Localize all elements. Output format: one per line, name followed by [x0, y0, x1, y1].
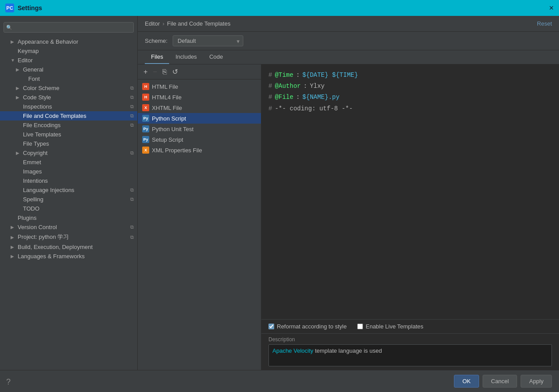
file-item-label: Python Unit Test: [152, 126, 193, 132]
file-item-html4[interactable]: H HTML4 File: [138, 92, 261, 102]
description-section: Description Apache Velocity template lan…: [261, 333, 559, 370]
file-item-html[interactable]: H HTML File: [138, 81, 261, 92]
sidebar-item-intentions[interactable]: Intentions: [0, 176, 137, 185]
expand-arrow-icon: ▼: [11, 58, 16, 63]
sidebar-item-label: Editor: [18, 57, 134, 64]
reformat-checkbox[interactable]: [268, 324, 274, 329]
file-item-label: HTML4 File: [152, 94, 181, 101]
panel-split: + − ⎘ ↺ H HTML File H HTML4 File X: [138, 64, 559, 370]
tab-includes[interactable]: Includes: [169, 50, 203, 64]
sidebar-item-label: Version Control: [18, 224, 128, 230]
search-input[interactable]: [4, 22, 134, 33]
sidebar-item-editor[interactable]: ▼ Editor: [0, 56, 137, 65]
sidebar-item-label: Images: [23, 168, 134, 175]
copy-icon: ⧉: [130, 94, 134, 100]
sidebar-item-build-execution[interactable]: ▶ Build, Execution, Deployment: [0, 242, 137, 252]
sidebar-item-file-and-code-templates[interactable]: File and Code Templates ⧉: [0, 111, 137, 121]
expand-arrow-icon: ▶: [11, 245, 16, 249]
content-area: Editor › File and Code Templates Reset S…: [138, 16, 559, 370]
expand-arrow-icon: ▶: [11, 225, 16, 230]
expand-arrow-icon: ▶: [16, 95, 21, 100]
live-templates-checkbox-label[interactable]: Enable Live Templates: [357, 323, 423, 330]
sidebar-item-plugins[interactable]: Plugins: [0, 213, 137, 222]
sidebar-item-label: Intentions: [23, 177, 134, 184]
search-box[interactable]: 🔍: [4, 22, 134, 33]
python-test-file-icon: Py: [142, 125, 149, 132]
sidebar-item-project-python[interactable]: ▶ Project: python 学习 ⧉: [0, 232, 137, 242]
copy-button[interactable]: ⎘: [160, 67, 169, 77]
xhtml-file-icon: X: [142, 104, 149, 111]
file-item-setup-script[interactable]: Py Setup Script: [138, 134, 261, 145]
app-icon: PC: [5, 4, 14, 12]
tab-code[interactable]: Code: [203, 50, 229, 64]
sidebar-item-label: Emmet: [23, 159, 134, 166]
breadcrumb: Editor › File and Code Templates Reset: [138, 16, 559, 32]
sidebar-item-label: Spelling: [23, 196, 128, 203]
tab-files[interactable]: Files: [145, 50, 169, 64]
description-text: template language is used: [313, 347, 382, 354]
close-button[interactable]: ×: [549, 4, 554, 12]
sidebar-item-version-control[interactable]: ▶ Version Control ⧉: [0, 222, 137, 232]
sidebar-item-label: Keymap: [18, 48, 134, 54]
copy-icon: ⧉: [130, 224, 134, 230]
file-item-label: Python Script: [152, 115, 186, 122]
html4-file-icon: H: [142, 94, 149, 101]
description-box: Apache Velocity template language is use…: [268, 344, 552, 366]
live-templates-checkbox[interactable]: [357, 324, 363, 329]
sidebar-item-font[interactable]: Font: [0, 74, 137, 83]
toolbar: + − ⎘ ↺: [138, 64, 261, 79]
add-button[interactable]: +: [141, 67, 150, 77]
file-list: H HTML File H HTML4 File X XHTML File Py…: [138, 79, 261, 370]
file-item-label: XHTML File: [152, 105, 182, 111]
apply-button[interactable]: Apply: [521, 375, 552, 388]
sidebar-item-label: Copyright: [23, 150, 128, 156]
copy-icon: ⧉: [130, 150, 134, 156]
sidebar-item-live-templates[interactable]: Live Templates: [0, 130, 137, 139]
tabs-row: Files Includes Code: [138, 50, 559, 64]
scheme-select[interactable]: Default: [173, 35, 243, 46]
cancel-button[interactable]: Cancel: [483, 375, 517, 388]
sidebar-item-label: Code Style: [23, 94, 128, 101]
sidebar-item-emmet[interactable]: Emmet: [0, 158, 137, 167]
sidebar-item-file-types[interactable]: File Types: [0, 139, 137, 148]
code-editor[interactable]: # @Time : ${DATE} ${TIME} # @Author : Yl…: [261, 64, 559, 319]
sidebar-item-label: Project: python 学习: [18, 233, 128, 241]
title-bar: PC Settings ×: [0, 0, 559, 16]
copy-icon: ⧉: [130, 104, 134, 109]
html-file-icon: H: [142, 83, 149, 90]
code-line-2: # @Author : Ylxy: [268, 81, 552, 92]
reset-button[interactable]: Reset: [537, 20, 552, 27]
file-item-python-unit-test[interactable]: Py Python Unit Test: [138, 124, 261, 134]
expand-arrow-icon: ▶: [11, 254, 16, 259]
ok-button[interactable]: OK: [454, 375, 479, 388]
sidebar-item-label: Language Injections: [23, 187, 128, 193]
sidebar-item-language-injections[interactable]: Language Injections ⧉: [0, 185, 137, 195]
help-button[interactable]: ?: [6, 377, 11, 387]
sidebar-item-spelling[interactable]: Spelling ⧉: [0, 195, 137, 204]
sidebar-item-label: Live Templates: [23, 131, 134, 138]
file-item-python-script[interactable]: Py Python Script: [138, 113, 261, 124]
sidebar-item-images[interactable]: Images: [0, 167, 137, 176]
copy-icon: ⧉: [130, 187, 134, 193]
description-link[interactable]: Apache Velocity: [272, 347, 313, 354]
sidebar-item-inspections[interactable]: Inspections ⧉: [0, 102, 137, 111]
sidebar-item-color-scheme[interactable]: ▶ Color Scheme ⧉: [0, 83, 137, 93]
sidebar-item-general[interactable]: ▶ General: [0, 65, 137, 74]
sidebar-item-file-encodings[interactable]: File Encodings ⧉: [0, 121, 137, 130]
reset-template-button[interactable]: ↺: [170, 66, 180, 77]
sidebar-item-appearance[interactable]: ▶ Appearance & Behavior: [0, 37, 137, 46]
reformat-checkbox-label[interactable]: Reformat according to style: [268, 323, 347, 330]
file-item-xhtml[interactable]: X XHTML File: [138, 102, 261, 113]
scheme-label: Scheme:: [145, 38, 167, 44]
file-item-xml-properties[interactable]: X XML Properties File: [138, 145, 261, 155]
sidebar-item-copyright[interactable]: ▶ Copyright ⧉: [0, 148, 137, 158]
remove-button[interactable]: −: [151, 67, 159, 77]
sidebar-item-keymap[interactable]: Keymap: [0, 46, 137, 56]
code-line-4: # -*- coding: utf-8 -*-: [268, 103, 552, 114]
sidebar-item-languages-frameworks[interactable]: ▶ Languages & Frameworks: [0, 252, 137, 261]
sidebar-item-todo[interactable]: TODO: [0, 204, 137, 213]
sidebar-item-label: Languages & Frameworks: [18, 253, 134, 260]
sidebar-item-label: File Encodings: [23, 122, 128, 128]
sidebar-item-label: File Types: [23, 140, 134, 147]
sidebar-item-code-style[interactable]: ▶ Code Style ⧉: [0, 93, 137, 102]
